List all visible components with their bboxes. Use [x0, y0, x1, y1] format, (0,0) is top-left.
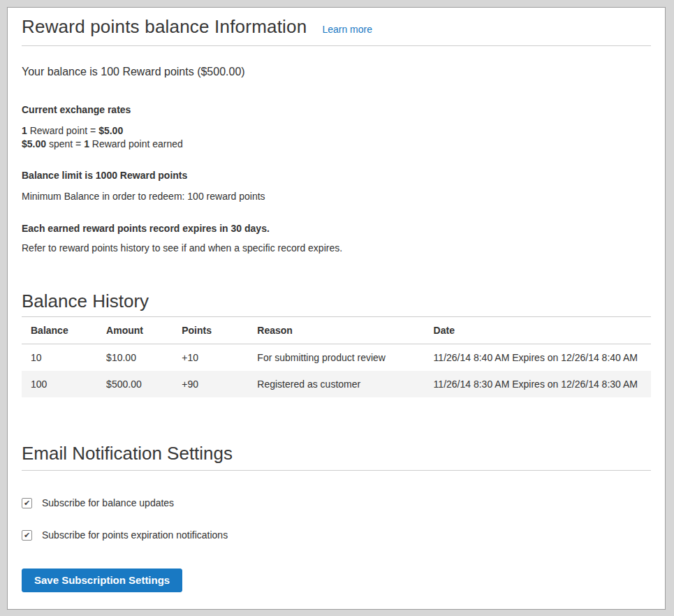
- cell-reason: Registered as customer: [248, 371, 424, 397]
- balance-summary: Your balance is 100 Reward points ($500.…: [22, 66, 651, 78]
- subscribe-expiration-notifications-option[interactable]: ✔ Subscribe for points expiration notifi…: [22, 529, 651, 541]
- rate1-text: Reward point =: [27, 125, 98, 136]
- expiration-note: Refer to reward points history to see if…: [22, 242, 651, 254]
- column-header-amount: Amount: [97, 317, 173, 344]
- minimum-balance-note: Minimum Balance in order to redeem: 100 …: [22, 191, 651, 202]
- cell-amount: $10.00: [97, 344, 173, 372]
- cell-date: 11/26/14 8:30 AM Expires on 12/26/14 8:3…: [425, 371, 651, 397]
- cell-reason: For submitting product review: [248, 344, 424, 372]
- subscribe-balance-updates-option[interactable]: ✔ Subscribe for balance updates: [22, 497, 651, 508]
- reward-points-page: Reward points balance InformationLearn m…: [7, 7, 666, 610]
- balance-limit-note: Balance limit is 1000 Reward points: [22, 170, 651, 181]
- learn-more-link[interactable]: Learn more: [322, 24, 372, 35]
- balance-history-heading: Balance History: [22, 291, 651, 312]
- check-icon: ✔: [24, 499, 30, 506]
- rate1-value: $5.00: [98, 125, 123, 136]
- cell-balance: 100: [22, 371, 97, 397]
- page-title: Reward points balance Information: [22, 16, 307, 37]
- table-header-row: Balance Amount Points Reason Date: [22, 317, 651, 344]
- exchange-rates-heading: Current exchange rates: [22, 104, 651, 115]
- exchange-rate-line-1: 1 Reward point = $5.00: [22, 124, 651, 138]
- table-row: 100 $500.00 +90 Registered as customer 1…: [22, 371, 651, 397]
- cell-date: 11/26/14 8:40 AM Expires on 12/26/14 8:4…: [425, 344, 651, 372]
- exchange-rates: 1 Reward point = $5.00 $5.00 spent = 1 R…: [22, 124, 651, 151]
- table-body: 10 $10.00 +10 For submitting product rev…: [22, 344, 651, 398]
- column-header-balance: Balance: [22, 317, 97, 344]
- email-notification-section: Email Notification Settings: [22, 443, 651, 471]
- balance-updates-label: Subscribe for balance updates: [42, 497, 174, 508]
- balance-updates-checkbox[interactable]: ✔: [22, 498, 32, 508]
- page-title-row: Reward points balance InformationLearn m…: [22, 17, 651, 46]
- expiration-notice: Each earned reward points record expires…: [22, 223, 651, 234]
- expiration-notifications-checkbox[interactable]: ✔: [22, 530, 32, 541]
- rate2-suffix: Reward point earned: [89, 138, 183, 149]
- table-row: 10 $10.00 +10 For submitting product rev…: [22, 344, 651, 372]
- rate2-points: 1: [84, 138, 89, 149]
- expiration-notifications-label: Subscribe for points expiration notifica…: [42, 529, 228, 541]
- rate2-text: spent =: [46, 138, 84, 149]
- column-header-reason: Reason: [248, 317, 424, 344]
- cell-balance: 10: [22, 344, 97, 372]
- save-subscription-settings-button[interactable]: Save Subscription Settings: [22, 569, 182, 592]
- rate1-points: 1: [22, 125, 27, 136]
- table-header: Balance Amount Points Reason Date: [22, 317, 651, 344]
- cell-points: +10: [173, 344, 248, 372]
- rate2-value: $5.00: [22, 138, 46, 149]
- column-header-date: Date: [425, 317, 651, 344]
- cell-points: +90: [173, 371, 248, 397]
- check-icon: ✔: [24, 531, 30, 538]
- balance-history-section: Balance History: [22, 291, 651, 312]
- balance-history-table: Balance Amount Points Reason Date 10 $10…: [22, 316, 651, 397]
- column-header-points: Points: [173, 317, 248, 344]
- cell-amount: $500.00: [97, 371, 173, 397]
- exchange-rate-line-2: $5.00 spent = 1 Reward point earned: [22, 138, 651, 151]
- email-notification-heading: Email Notification Settings: [22, 443, 651, 464]
